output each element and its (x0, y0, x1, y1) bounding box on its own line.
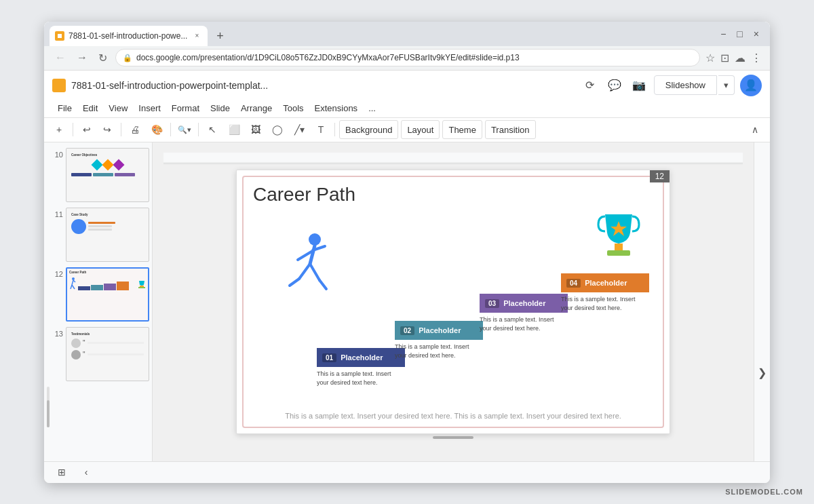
svg-line-3 (72, 280, 73, 285)
menu-edit[interactable]: Edit (77, 100, 103, 116)
menu-btn[interactable]: ⋮ (751, 52, 762, 64)
sep-4 (198, 123, 199, 136)
slide-number-12: 12 (47, 267, 63, 278)
background-btn[interactable]: Background (339, 120, 398, 139)
step-2-bar: 02 Placeholder (395, 321, 483, 340)
menu-more[interactable]: ... (363, 100, 381, 116)
url-bar[interactable]: 🔒 docs.google.com/presentation/d/1D9CiL0… (115, 49, 700, 66)
step-4-num: 04 (566, 279, 581, 288)
slide-item-13[interactable]: 13 Testimonials " " (47, 327, 149, 381)
svg-point-2 (72, 277, 75, 280)
svg-rect-8 (138, 287, 145, 288)
capture-btn[interactable]: ⊡ (720, 52, 729, 64)
sep-1 (73, 123, 73, 136)
close-btn[interactable]: × (754, 28, 759, 39)
svg-rect-9 (163, 153, 743, 163)
new-tab-btn[interactable]: + (210, 27, 229, 46)
transition-btn[interactable]: Transition (485, 120, 536, 139)
slide-thumb-10[interactable]: Career Objectives (66, 148, 149, 202)
menu-insert[interactable]: Insert (133, 100, 166, 116)
canvas-area: 12 Career Path (153, 142, 754, 461)
scroll-indicator (433, 436, 473, 439)
back-btn[interactable]: ← (52, 50, 69, 65)
sep-5 (334, 123, 335, 136)
slideshow-btn[interactable]: Slideshow (654, 75, 717, 95)
docs-title: 7881-01-self-introduction-powerpoint-tem… (71, 80, 302, 91)
slide-title: Career Path (253, 184, 653, 206)
slide-canvas[interactable]: 12 Career Path (236, 170, 670, 434)
collapse-toolbar-btn[interactable]: ∧ (745, 120, 764, 139)
menu-file[interactable]: File (52, 100, 77, 116)
step-1-num: 01 (322, 353, 336, 362)
right-panel-toggle[interactable]: ❯ (754, 142, 770, 461)
forward-btn[interactable]: → (74, 50, 90, 65)
undo-btn[interactable]: ↩ (77, 120, 96, 139)
docs-title-row: 7881-01-self-introduction-powerpoint-tem… (52, 73, 762, 99)
slide-number-10: 10 (47, 148, 63, 159)
history-btn[interactable]: ⟳ (581, 76, 600, 95)
slide-panel: 10 Career Objectives (44, 142, 153, 461)
sep-2 (121, 123, 121, 136)
menu-slide[interactable]: Slide (205, 100, 235, 116)
slide-thumb-13[interactable]: Testimonials " " (66, 327, 149, 381)
maximize-btn[interactable]: □ (737, 28, 742, 39)
minimize-btn[interactable]: − (720, 28, 726, 39)
refresh-btn[interactable]: ↻ (96, 50, 110, 66)
sep-3 (170, 123, 171, 136)
docs-favicon (52, 79, 66, 92)
format-paint-btn[interactable]: 🎨 (147, 120, 166, 139)
svg-line-17 (290, 279, 299, 286)
step-4-text: This is a sample text. Insert your desir… (561, 295, 646, 312)
career-path-slide: Career Path (237, 170, 670, 433)
svg-rect-7 (140, 286, 144, 287)
textbox-btn[interactable]: T (311, 120, 330, 139)
grid-view-btn[interactable]: ⊞ (52, 463, 71, 482)
panel-scrollbar-thumb (47, 400, 50, 427)
zoom-btn[interactable]: 🔍▾ (175, 120, 194, 139)
ruler-horizontal (163, 153, 743, 164)
menu-view[interactable]: View (103, 100, 133, 116)
menu-arrange[interactable]: Arrange (235, 100, 277, 116)
toolbar-history-group: ↩ ↪ (77, 120, 117, 139)
add-btn[interactable]: + (50, 120, 69, 139)
layout-btn[interactable]: Layout (401, 120, 440, 139)
docs-header: 7881-01-self-introduction-powerpoint-tem… (44, 71, 770, 118)
active-tab[interactable]: 7881-01-self-introduction-powe... × (50, 26, 208, 46)
image-btn[interactable]: 🖼 (246, 120, 265, 139)
shape-btn[interactable]: ⬜ (225, 120, 244, 139)
bookmark-btn[interactable]: ☆ (705, 52, 715, 64)
step-3-bar: 03 Placeholder (480, 294, 568, 313)
cursor-btn[interactable]: ↖ (203, 120, 222, 139)
slideshow-dropdown-btn[interactable]: ▾ (718, 75, 735, 95)
address-bar-actions: ☆ ⊡ ☁ ⋮ (705, 52, 762, 64)
watermark: SLIDEMODEL.COM (725, 488, 803, 496)
svg-line-15 (299, 264, 310, 279)
title-bar: 7881-01-self-introduction-powe... × + − … (44, 22, 770, 46)
svg-line-12 (310, 246, 315, 264)
svg-line-13 (298, 252, 311, 260)
theme-btn[interactable]: Theme (442, 120, 482, 139)
slide-item-10[interactable]: 10 Career Objectives (47, 148, 149, 202)
docs-header-icons: ⟳ 💬 📷 Slideshow ▾ 👤 (581, 75, 762, 96)
slide-item-12[interactable]: 12 Career Path (47, 267, 149, 322)
share-btn[interactable]: 👤 (740, 75, 762, 96)
collapse-panel-btn[interactable]: ‹ (77, 463, 96, 482)
panel-scrollbar[interactable] (47, 387, 50, 427)
slide-thumb-12[interactable]: Career Path (66, 267, 149, 322)
staircase-steps: 01 Placeholder This is a sample text. In… (317, 225, 656, 401)
slide-thumb-11[interactable]: Case Study (66, 208, 149, 262)
menu-tools[interactable]: Tools (277, 100, 309, 116)
redo-btn[interactable]: ↪ (98, 120, 117, 139)
sync-btn[interactable]: ☁ (735, 52, 745, 64)
chat-btn[interactable]: 💬 (605, 76, 624, 95)
slide-item-11[interactable]: 11 Case Study (47, 208, 149, 262)
menu-extensions[interactable]: Extensions (309, 100, 364, 116)
camera-btn[interactable]: 📷 (629, 76, 648, 95)
line-btn[interactable]: ╱▾ (290, 120, 309, 139)
docs-menu-row: File Edit View Insert Format Slide Arran… (52, 99, 762, 117)
shapes-btn[interactable]: ◯ (268, 120, 287, 139)
print-btn[interactable]: 🖨 (125, 120, 144, 139)
menu-format[interactable]: Format (166, 100, 205, 116)
tab-close-btn[interactable]: × (191, 31, 202, 41)
step-2-text: This is a sample text. Insert your desir… (395, 343, 480, 360)
